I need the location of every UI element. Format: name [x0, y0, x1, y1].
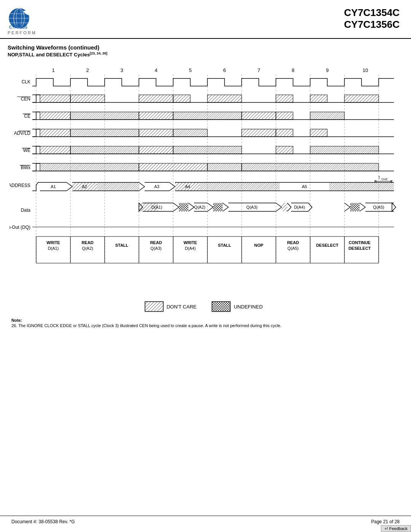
note-text: 26. The IGNORE CLOCK EDGE or STALL cycle…	[11, 323, 396, 328]
page-header: CYPRESS PERFORM CY7C1354C CY7C1356C	[0, 0, 411, 39]
chip-title: CY7C1354C CY7C1356C	[344, 7, 400, 30]
section-subtitle: NOP,STALL and DESELECT Cycles[23, 24, 26…	[8, 51, 400, 58]
svg-text:4: 4	[155, 67, 157, 73]
svg-rect-79	[276, 146, 293, 154]
svg-rect-70	[242, 129, 276, 137]
svg-rect-185	[145, 302, 163, 312]
waveform-diagram: 1 2 3 4 5 6 7 8 9 10 CLK CEN	[10, 61, 398, 297]
svg-rect-141	[282, 203, 287, 211]
chip-title-line1: CY7C1354C	[344, 7, 400, 19]
cypress-logo-icon: CYPRESS	[8, 7, 36, 30]
svg-text:READ: READ	[287, 240, 299, 245]
svg-text:ADDRESS: ADDRESS	[10, 183, 30, 188]
svg-marker-153	[392, 203, 396, 211]
svg-text:D(A1): D(A1)	[48, 246, 59, 251]
svg-marker-130	[188, 203, 194, 211]
waveform-svg: 1 2 3 4 5 6 7 8 9 10 CLK CEN	[10, 61, 398, 297]
svg-marker-128	[173, 203, 179, 211]
svg-rect-86	[242, 163, 379, 171]
svg-marker-134	[207, 203, 213, 211]
svg-rect-66	[40, 129, 70, 137]
svg-text:WRITE: WRITE	[46, 240, 60, 245]
svg-marker-104	[169, 182, 175, 191]
svg-rect-49	[139, 95, 173, 102]
dont-care-legend-box	[145, 301, 164, 312]
svg-rect-135	[213, 203, 223, 211]
svg-text:CONTINUE: CONTINUE	[349, 240, 370, 245]
svg-text:In-Out (DQ): In-Out (DQ)	[10, 225, 30, 230]
svg-rect-61	[242, 112, 276, 120]
svg-rect-78	[173, 146, 242, 154]
svg-text:Q(A3): Q(A3)	[246, 205, 257, 209]
svg-rect-84	[139, 163, 207, 171]
svg-text:DESELECT: DESELECT	[349, 246, 371, 251]
svg-text:READ: READ	[81, 240, 93, 245]
svg-marker-136	[223, 203, 228, 211]
svg-marker-142	[287, 203, 291, 211]
svg-text:A2: A2	[82, 184, 87, 189]
svg-text:Q(A2): Q(A2)	[82, 246, 93, 251]
svg-text:6: 6	[223, 67, 226, 73]
svg-text:7: 7	[257, 67, 260, 73]
svg-text:A3: A3	[154, 184, 159, 189]
undefined-legend-box	[212, 301, 231, 312]
svg-rect-71	[276, 129, 293, 137]
svg-text:5: 5	[189, 67, 191, 73]
svg-text:BWx: BWx	[21, 165, 30, 170]
svg-rect-85	[207, 163, 242, 171]
chip-title-line2: CY7C1356C	[344, 19, 400, 30]
section-title: Switching Waveforms (continued)	[8, 44, 400, 51]
svg-rect-59	[139, 112, 173, 120]
svg-text:8: 8	[292, 67, 294, 73]
svg-rect-47	[40, 95, 70, 102]
svg-rect-63	[310, 112, 344, 120]
svg-marker-147	[344, 203, 350, 211]
svg-rect-148	[350, 203, 360, 211]
svg-rect-80	[310, 146, 379, 154]
svg-text:D(A1): D(A1)	[151, 205, 162, 209]
dont-care-label: DON'T CARE	[167, 304, 197, 310]
svg-rect-58	[70, 112, 139, 120]
undefined-label: UNDEFINED	[234, 304, 263, 310]
svg-text:2: 2	[86, 67, 89, 73]
note-title: Note:	[11, 318, 396, 323]
svg-text:1: 1	[52, 67, 54, 73]
svg-rect-69	[173, 129, 207, 137]
svg-text:STALL: STALL	[115, 243, 129, 248]
svg-rect-109	[200, 182, 280, 191]
svg-text:Q(A3): Q(A3)	[150, 246, 161, 251]
svg-text:CYPRESS: CYPRESS	[9, 25, 27, 29]
svg-text:Q(A2): Q(A2)	[194, 205, 205, 209]
svg-marker-140	[276, 203, 282, 211]
svg-rect-188	[212, 302, 230, 312]
svg-rect-83	[40, 163, 139, 171]
svg-text:CLK: CLK	[22, 79, 30, 85]
svg-rect-77	[139, 146, 173, 154]
svg-rect-129	[179, 203, 188, 211]
svg-text:ADV/LD: ADV/LD	[14, 131, 31, 136]
page-number: Page 21 of 28	[371, 519, 400, 524]
svg-text:10: 10	[363, 67, 368, 73]
svg-text:Q(A5): Q(A5)	[287, 246, 298, 251]
svg-text:CE: CE	[24, 113, 30, 119]
svg-text:A1: A1	[51, 184, 56, 189]
svg-text:READ: READ	[150, 240, 162, 245]
feedback-button[interactable]: +! Feedback	[381, 525, 411, 532]
svg-rect-75	[40, 146, 70, 154]
dont-care-legend-item: DON'T CARE	[145, 301, 197, 312]
svg-rect-76	[70, 146, 139, 154]
svg-text:D(A4): D(A4)	[185, 246, 196, 251]
svg-rect-48	[70, 95, 105, 102]
svg-text:NOP: NOP	[254, 243, 263, 248]
svg-text:WE: WE	[23, 148, 30, 153]
svg-rect-60	[173, 112, 242, 120]
logo-area: CYPRESS PERFORM	[8, 7, 37, 35]
svg-rect-53	[310, 95, 327, 102]
page-footer: Document #: 38-05538 Rev. *G Page 21 of …	[0, 516, 411, 524]
svg-rect-115	[329, 182, 394, 191]
legend: DON'T CARE UNDEFINED	[8, 301, 400, 312]
svg-text:DESELECT: DESELECT	[316, 243, 339, 248]
svg-text:9: 9	[326, 67, 328, 73]
svg-rect-68	[139, 129, 173, 137]
svg-text:Data: Data	[21, 208, 31, 213]
